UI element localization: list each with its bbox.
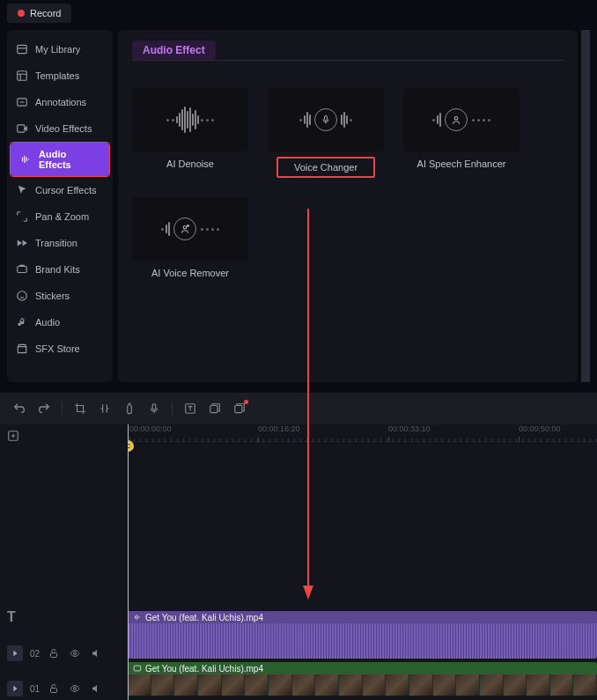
audio-waveform — [128, 623, 597, 659]
crop-button[interactable] — [70, 398, 91, 419]
effect-thumb — [132, 88, 248, 151]
audio-track-icon — [7, 645, 23, 661]
video-thumbnails — [128, 674, 597, 696]
visibility-button[interactable] — [68, 682, 82, 696]
library-icon — [16, 43, 28, 55]
record-button[interactable]: Record — [7, 4, 71, 23]
video-clip[interactable]: Get You (feat. Kali Uchis).mp4 — [128, 662, 597, 696]
text-button[interactable] — [180, 398, 201, 419]
audio-clip[interactable]: Get You (feat. Kali Uchis).mp4 — [128, 611, 597, 659]
ruler-tick: 00:00:50:00 — [519, 424, 561, 433]
sidebar-item-sfx-store[interactable]: SFX Store — [7, 336, 113, 361]
sidebar: My Library Templates Annotations Video E… — [7, 30, 113, 382]
video-track-icon — [7, 681, 23, 696]
sidebar-item-label: Transition — [35, 238, 77, 248]
sidebar-item-label: Audio Effects — [39, 149, 100, 170]
undo-button[interactable] — [9, 398, 30, 419]
stickers-icon — [16, 290, 28, 302]
cursor-effects-icon — [16, 184, 28, 196]
svg-point-9 — [188, 225, 189, 227]
mic-icon — [314, 108, 337, 131]
effects-button[interactable] — [229, 398, 250, 419]
separator — [172, 402, 173, 416]
redo-button[interactable] — [33, 398, 55, 419]
sidebar-item-cursor-effects[interactable]: Cursor Effects — [7, 178, 113, 203]
svg-rect-19 — [134, 666, 141, 671]
voice-remover-icon — [160, 217, 220, 240]
sidebar-item-audio[interactable]: Audio — [7, 310, 113, 335]
topbar: Record — [0, 0, 597, 26]
lock-button[interactable] — [47, 646, 61, 660]
voice-changer-icon — [298, 108, 353, 131]
sidebar-item-audio-effects[interactable]: Audio Effects — [11, 143, 109, 176]
track-number: 01 — [30, 684, 40, 694]
sidebar-item-annotations[interactable]: Annotations — [7, 90, 113, 114]
visibility-button[interactable] — [68, 646, 82, 660]
svg-point-8 — [183, 226, 187, 230]
timeline-toolbar — [0, 393, 597, 424]
ruler-tick: 00:00:00:00 — [129, 424, 172, 433]
svg-rect-13 — [235, 406, 242, 413]
sidebar-item-label: Templates — [35, 70, 79, 81]
clip-name: Get You (feat. Kali Uchis).mp4 — [145, 613, 263, 623]
mic-button[interactable] — [144, 398, 165, 419]
audio-icon — [16, 316, 28, 328]
svg-rect-17 — [51, 689, 57, 693]
track-area[interactable]: 00:00:00:00 00:00:16:20 00:00:33:10 00:0… — [128, 424, 597, 700]
playhead[interactable]: C — [128, 424, 129, 700]
sidebar-item-my-library[interactable]: My Library — [7, 37, 113, 62]
lock-button[interactable] — [47, 682, 61, 696]
sidebar-item-transition[interactable]: Transition — [7, 231, 113, 255]
track-number: 02 — [30, 649, 40, 659]
sidebar-item-label: My Library — [35, 44, 80, 55]
text-tool-button[interactable]: T — [0, 599, 128, 636]
split-button[interactable] — [94, 398, 115, 419]
layers-button[interactable] — [204, 398, 225, 419]
svg-rect-12 — [210, 406, 217, 413]
spacer — [0, 447, 128, 599]
sidebar-item-label: Brand Kits — [35, 264, 80, 275]
effect-label: Voice Changer — [276, 157, 375, 178]
svg-rect-4 — [18, 267, 27, 273]
brand-kits-icon — [16, 263, 28, 276]
svg-point-18 — [74, 688, 77, 690]
divider — [132, 60, 564, 61]
sidebar-item-label: Audio — [35, 317, 60, 328]
ruler-tick: 00:00:16:20 — [258, 424, 300, 433]
person-remove-icon — [173, 217, 196, 240]
sidebar-item-label: Video Effects — [35, 123, 92, 134]
effect-thumb — [132, 197, 248, 261]
sidebar-item-templates[interactable]: Templates — [7, 63, 113, 88]
clip-name: Get You (feat. Kali Uchis).mp4 — [145, 664, 263, 674]
annotations-icon — [16, 96, 28, 108]
panel-title: Audio Effect — [132, 41, 216, 60]
sidebar-item-pan-zoom[interactable]: Pan & Zoom — [7, 204, 113, 229]
effect-ai-voice-remover[interactable]: AI Voice Remover — [132, 197, 248, 280]
marker-button[interactable] — [119, 398, 140, 419]
clip-header: Get You (feat. Kali Uchis).mp4 — [128, 611, 597, 623]
time-ruler[interactable]: 00:00:00:00 00:00:16:20 00:00:33:10 00:0… — [128, 424, 597, 442]
svg-rect-0 — [18, 45, 27, 53]
effect-ai-speech-enhancer[interactable]: AI Speech Enhancer — [403, 88, 520, 178]
svg-rect-1 — [18, 71, 27, 81]
svg-rect-10 — [152, 404, 156, 409]
sidebar-item-video-effects[interactable]: Video Effects — [7, 116, 113, 141]
audio-clip-icon — [133, 613, 142, 622]
mute-button[interactable] — [89, 646, 103, 660]
audio-effects-icon — [19, 153, 32, 166]
mute-button[interactable] — [89, 682, 103, 696]
effect-voice-changer[interactable]: Voice Changer — [268, 88, 384, 178]
sidebar-item-stickers[interactable]: Stickers — [7, 284, 113, 308]
effect-label: AI Denoise — [161, 157, 219, 171]
effect-thumb — [403, 88, 520, 151]
effects-panel: Audio Effect AI Denoise — [118, 30, 578, 382]
add-track-button[interactable] — [0, 424, 128, 447]
effect-label: AI Voice Remover — [146, 266, 234, 280]
separator — [62, 402, 63, 416]
svg-point-5 — [18, 291, 27, 301]
sidebar-item-label: Cursor Effects — [35, 185, 97, 195]
panel-gap — [0, 386, 597, 393]
main-panel: My Library Templates Annotations Video E… — [7, 30, 590, 382]
sidebar-item-brand-kits[interactable]: Brand Kits — [7, 257, 113, 282]
effect-ai-denoise[interactable]: AI Denoise — [132, 88, 248, 178]
